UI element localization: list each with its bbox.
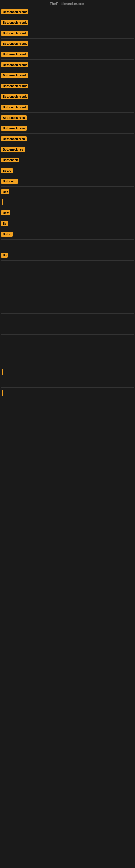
list-item xyxy=(0,197,135,208)
list-item xyxy=(0,282,135,292)
list-item xyxy=(0,388,135,398)
bottleneck-badge: Bottleneck result xyxy=(1,41,28,46)
bottleneck-badge: Bottleneck result xyxy=(1,52,28,57)
list-item: Bottleneck resu xyxy=(0,113,135,123)
list-item xyxy=(0,345,135,355)
bottleneck-badge: Bottleneck result xyxy=(1,9,28,14)
list-item xyxy=(0,335,135,345)
list-item xyxy=(0,261,135,271)
list-item xyxy=(0,377,135,388)
progress-bar xyxy=(2,369,3,375)
list-item xyxy=(0,367,135,377)
site-title: TheBottlenecker.com xyxy=(0,0,135,7)
list-item: Bo xyxy=(0,218,135,229)
list-item: Bottleneck result xyxy=(0,102,135,112)
list-item: Bo xyxy=(0,250,135,260)
progress-bar xyxy=(2,199,3,205)
bottleneck-badge: Bottle xyxy=(1,168,13,173)
list-item: Bottleneck result xyxy=(0,60,135,70)
list-item: Bottleneck result xyxy=(0,18,135,28)
list-item xyxy=(0,324,135,335)
list-item xyxy=(0,240,135,250)
list-item: Bottleneck xyxy=(0,155,135,165)
bottleneck-badge: Bottleneck result xyxy=(1,31,28,35)
bottleneck-badge: Bo xyxy=(1,221,8,226)
list-item: Bottle xyxy=(0,229,135,239)
progress-bar xyxy=(2,390,3,396)
list-item xyxy=(0,271,135,282)
list-item xyxy=(0,292,135,303)
bottleneck-badge: Bottleneck result xyxy=(1,84,28,88)
list-item xyxy=(0,356,135,366)
list-item: Bottle xyxy=(0,165,135,176)
bottleneck-badge: Bot xyxy=(1,189,9,194)
bottleneck-badge: Bo xyxy=(1,253,8,258)
list-item: Bottleneck resu xyxy=(0,123,135,133)
list-item: Bottleneck result xyxy=(0,49,135,59)
bottleneck-badge: Bottleneck resu xyxy=(1,136,27,141)
list-item: Bottleneck result xyxy=(0,91,135,102)
list-item: Bottleneck resu xyxy=(0,134,135,144)
list-item: Bottleneck result xyxy=(0,38,135,49)
list-item xyxy=(0,303,135,313)
list-item: Bottleneck result xyxy=(0,28,135,38)
bottleneck-badge: Bottleneck result xyxy=(1,73,28,78)
bottleneck-badge: Bottle xyxy=(1,231,13,237)
bottleneck-badge: Bottlenec xyxy=(1,179,18,184)
bottleneck-badge: Bottleneck resu xyxy=(1,115,27,120)
bottleneck-badge: Bottleneck xyxy=(1,158,19,162)
list-item: Bottlenec xyxy=(0,176,135,186)
list-item: Bottleneck res xyxy=(0,144,135,155)
bottleneck-badge: Bottleneck result xyxy=(1,105,28,110)
bottleneck-badge: Bottleneck result xyxy=(1,94,28,99)
bottleneck-badge: Bottleneck result xyxy=(1,20,28,25)
bottleneck-badge: Bottleneck resu xyxy=(1,126,27,131)
bottleneck-badge: Bottleneck result xyxy=(1,62,28,67)
list-item: Bottleneck result xyxy=(0,7,135,17)
list-item: Bott xyxy=(0,208,135,218)
bottleneck-badge: Bottleneck res xyxy=(1,147,25,152)
list-item: Bottleneck result xyxy=(0,81,135,91)
list-item: Bottleneck result xyxy=(0,70,135,81)
list-item xyxy=(0,314,135,324)
list-item: Bot xyxy=(0,187,135,197)
bottleneck-badge: Bott xyxy=(1,211,10,215)
